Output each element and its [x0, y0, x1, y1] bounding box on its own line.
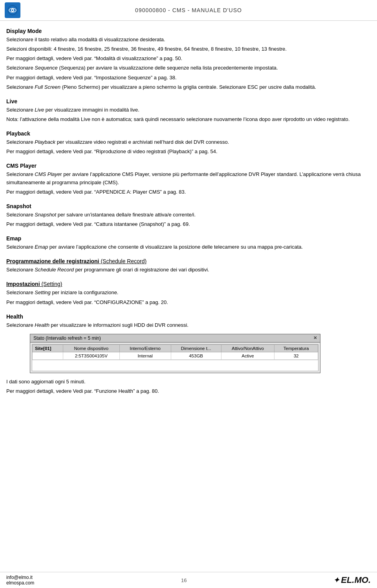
display-mode-p2: Selezioni disponibili: 4 finestre, 16 fi…	[6, 45, 371, 53]
page-header: 090000800 - CMS - MANUALE D'USO	[0, 0, 377, 21]
impostazioni-p2: Per maggiori dettagli, vedere Vedi par. …	[6, 299, 371, 306]
live-title: Live	[6, 98, 371, 104]
brand-name: EL.MO.	[341, 575, 371, 585]
display-mode-p5: Per maggiori dettagli, vedere Vedi par. …	[6, 74, 371, 82]
live-p1: Selezionare Live per visualizzare immagi…	[6, 106, 371, 114]
footer-email: info@elmo.it	[6, 575, 34, 580]
section-cms-player: CMS Player Selezionare CMS Player per av…	[6, 163, 371, 196]
health-p2: I dati sono aggiornati ogni 5 minuti.	[6, 378, 371, 386]
cms-player-p1: Selezionare CMS Player per avviare l’app…	[6, 170, 371, 186]
health-row-cell-4: 32	[275, 352, 318, 359]
health-table-close-button[interactable]: ✕	[313, 335, 317, 341]
section-live: Live Selezionare Live per visualizzare i…	[6, 98, 371, 123]
health-row-cell-2: 453GB	[171, 352, 221, 359]
section-playback: Playback Selezionare Playback per visual…	[6, 130, 371, 156]
health-table-inner: Site[01] Nome dispositivo Interno/Estern…	[32, 344, 318, 371]
section-display-mode: Display Mode Selezionare il tasto relati…	[6, 28, 371, 91]
main-content: Display Mode Selezionare il tasto relati…	[0, 28, 377, 403]
display-mode-p3: Per maggiori dettagli, vedere Vedi par. …	[6, 55, 371, 62]
programmazione-p1: Selezionare Schedule Record per programm…	[6, 266, 371, 274]
footer-brand: ✦ EL.MO.	[333, 575, 371, 585]
programmazione-title: Programmazione delle registrazioni (Sche…	[6, 258, 371, 264]
section-programmazione: Programmazione delle registrazioni (Sche…	[6, 258, 371, 274]
snapshot-p2: Per maggiori dettagli, vedere Vedi par. …	[6, 220, 371, 228]
svg-point-3	[12, 9, 13, 11]
health-row-cell-1: Internal	[119, 352, 171, 359]
health-row-cell-3: Active	[221, 352, 274, 359]
emap-p1: Selezionare Emap per avviare l’applicazi…	[6, 243, 371, 251]
document-title: 090000800 - CMS - MANUALE D'USO	[135, 7, 242, 13]
health-table-col-interno: Interno/Esterno	[119, 344, 171, 352]
display-mode-p4: Selezionare Sequence (Sequenza) per avvi…	[6, 64, 371, 72]
playback-p1: Selezionare Playback per visualizzare vi…	[6, 138, 371, 146]
health-p3: Per maggiori dettagli, vedere Vedi par. …	[6, 387, 371, 395]
health-table-window-title: Stato (Intervallo refresh = 5 min)	[33, 335, 101, 341]
page-footer: info@elmo.it elmospa.com 16 ✦ EL.MO.	[0, 572, 377, 588]
section-impostazioni: Impostazioni (Setting) Selezionare Setti…	[6, 281, 371, 306]
brand-star-icon: ✦	[333, 576, 339, 584]
impostazioni-p1: Selezionare Setting per iniziare la conf…	[6, 289, 371, 297]
playback-p2: Per maggiori dettagli, vedere Vedi par. …	[6, 148, 371, 156]
health-table-header-bar: Stato (Intervallo refresh = 5 min) ✕	[30, 334, 320, 343]
display-mode-title: Display Mode	[6, 28, 371, 34]
section-emap: Emap Selezionare Emap per avviare l’appl…	[6, 235, 371, 251]
cms-player-title: CMS Player	[6, 163, 371, 169]
impostazioni-title: Impostazioni (Setting)	[6, 281, 371, 287]
section-snapshot: Snapshot Selezionare Snapshot per salvar…	[6, 203, 371, 228]
footer-page-number: 16	[181, 577, 187, 583]
display-mode-p1: Selezionare il tasto relativo alla modal…	[6, 36, 371, 44]
health-row-site	[33, 352, 63, 359]
health-table-site-header: Site[01]	[33, 344, 63, 352]
footer-website: elmospa.com	[6, 580, 34, 586]
health-table-col-attivo: Attivo/NonAttivo	[221, 344, 274, 352]
health-table-col-temperatura: Temperatura	[275, 344, 318, 352]
section-health: Health Selezionare Health per visualizza…	[6, 313, 371, 395]
display-mode-p6: Selezionare Full Screen (Pieno Schermo) …	[6, 83, 371, 91]
snapshot-p1: Selezionare Snapshot per salvare un’ista…	[6, 211, 371, 219]
health-title: Health	[6, 313, 371, 320]
live-p2: Nota: l’attivazione della modalità Live …	[6, 115, 371, 123]
snapshot-title: Snapshot	[6, 203, 371, 209]
health-table-col-nome: Nome dispositivo	[63, 344, 119, 352]
health-p1: Selezionare Health per visualizzare le i…	[6, 321, 371, 329]
cms-player-p2: Per maggiori dettagli, vedere Vedi par. …	[6, 188, 371, 196]
footer-contact: info@elmo.it elmospa.com	[6, 575, 34, 586]
emap-title: Emap	[6, 235, 371, 242]
health-table-row: 2:5T3S004105VInternal453GBActive32	[33, 352, 318, 359]
playback-title: Playback	[6, 130, 371, 137]
health-table-col-dimensione: Dimensione t...	[171, 344, 221, 352]
health-table-window: Stato (Intervallo refresh = 5 min) ✕ Sit…	[30, 334, 320, 373]
health-row-cell-0: 2:5T3S004105V	[63, 352, 119, 359]
app-logo	[5, 2, 20, 18]
health-data-table: Site[01] Nome dispositivo Interno/Estern…	[32, 344, 318, 360]
